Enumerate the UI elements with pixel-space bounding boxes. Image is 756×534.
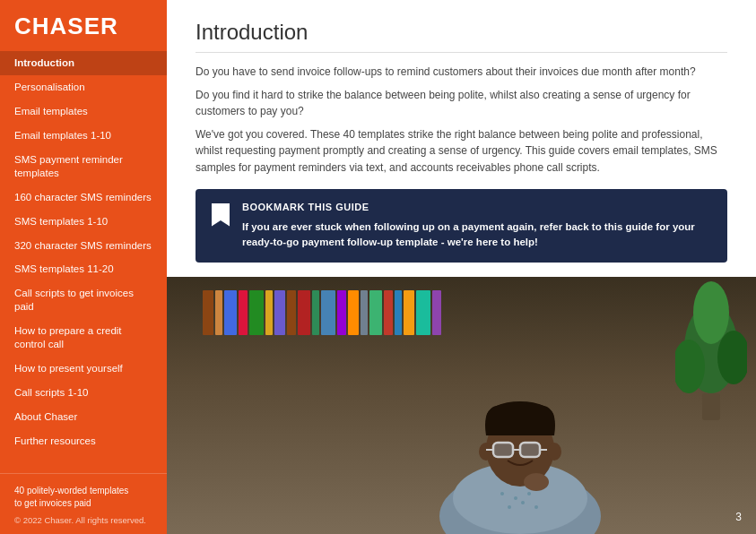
main-top: Introduction Do you have to send invoice…	[167, 0, 756, 277]
svg-point-7	[534, 505, 538, 509]
intro-paragraph-1: Do you have to send invoice follow-ups t…	[196, 64, 727, 81]
svg-point-11	[547, 443, 561, 461]
svg-point-18	[524, 473, 549, 491]
svg-point-3	[514, 496, 517, 500]
main-photo: 3	[167, 277, 756, 534]
logo-text: CHASER	[14, 13, 118, 39]
bookmark-box: BOOKMARK THIS GUIDE If you are ever stuc…	[196, 189, 727, 263]
sidebar-nav-item[interactable]: Email templates 1-10	[0, 124, 167, 148]
bookmark-icon	[212, 203, 230, 227]
sidebar-nav-item[interactable]: How to prepare a credit control call	[0, 319, 167, 357]
sidebar-nav-item[interactable]: SMS templates 11-20	[0, 257, 167, 281]
sidebar-tagline: 40 politely-worded templates to get invo…	[14, 485, 152, 510]
page-number: 3	[735, 511, 742, 523]
svg-point-23	[693, 281, 729, 344]
sidebar-logo: CHASER	[0, 0, 167, 51]
svg-point-10	[479, 443, 493, 461]
sidebar-nav-item[interactable]: 160 character SMS reminders	[0, 185, 167, 210]
page-title: Introduction	[196, 20, 727, 53]
person-illustration	[404, 328, 637, 534]
svg-point-2	[500, 492, 504, 495]
intro-paragraph-3: We've got you covered. These 40 template…	[196, 126, 727, 177]
sidebar-nav-item[interactable]: Introduction	[0, 51, 167, 75]
sidebar-nav-item[interactable]: SMS payment reminder templates	[0, 148, 167, 185]
plant-illustration	[675, 277, 747, 420]
svg-rect-19	[702, 393, 720, 420]
intro-paragraph-2: Do you find it hard to strike the balanc…	[196, 87, 727, 120]
bookmark-icon-wrap	[212, 203, 230, 227]
svg-point-5	[508, 505, 511, 509]
bookmark-text: BOOKMARK THIS GUIDE If you are ever stuc…	[242, 202, 711, 251]
svg-rect-13	[520, 443, 540, 457]
sidebar-copyright: © 2022 Chaser. All rights reserved.	[14, 515, 152, 525]
svg-point-6	[521, 501, 525, 504]
sidebar-nav-item[interactable]: Call scripts 1-10	[0, 381, 167, 405]
sidebar-nav-item[interactable]: SMS templates 1-10	[0, 210, 167, 234]
sidebar-nav-item[interactable]: Further resources	[0, 429, 167, 453]
sidebar-nav-item[interactable]: Personalisation	[0, 75, 167, 99]
sidebar-nav-item[interactable]: Email templates	[0, 99, 167, 124]
sidebar-footer: 40 politely-worded templates to get invo…	[0, 473, 167, 534]
sidebar-nav-item[interactable]: How to present yourself	[0, 357, 167, 381]
svg-point-4	[527, 492, 531, 495]
sidebar-nav-item[interactable]: 320 character SMS reminders	[0, 234, 167, 258]
bookmark-body: If you are ever stuck when following up …	[242, 220, 711, 251]
bookmark-title: BOOKMARK THIS GUIDE	[242, 202, 711, 212]
svg-rect-12	[493, 443, 513, 457]
sidebar-nav-item[interactable]: Call scripts to get invoices paid	[0, 281, 167, 319]
sidebar-nav-item[interactable]: About Chaser	[0, 405, 167, 429]
sidebar-nav: IntroductionPersonalisationEmail templat…	[0, 51, 167, 473]
main-content: Introduction Do you have to send invoice…	[167, 0, 756, 534]
sidebar: CHASER IntroductionPersonalisationEmail …	[0, 0, 167, 534]
